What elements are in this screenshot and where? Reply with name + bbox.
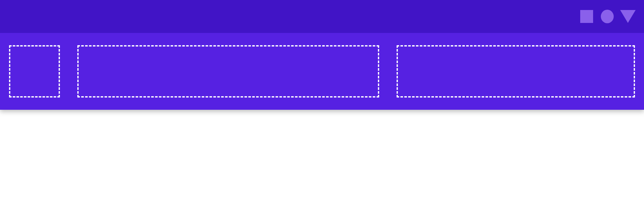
- app-bar-container: [0, 0, 644, 110]
- navigation-icon-slot[interactable]: [9, 45, 60, 98]
- triangle-icon: [621, 10, 634, 23]
- title-slot: [77, 45, 379, 98]
- toolbar: [0, 33, 644, 110]
- circle-icon: [601, 10, 614, 23]
- action-items-slot[interactable]: [397, 45, 635, 98]
- square-icon: [580, 10, 593, 23]
- status-bar: [0, 0, 644, 33]
